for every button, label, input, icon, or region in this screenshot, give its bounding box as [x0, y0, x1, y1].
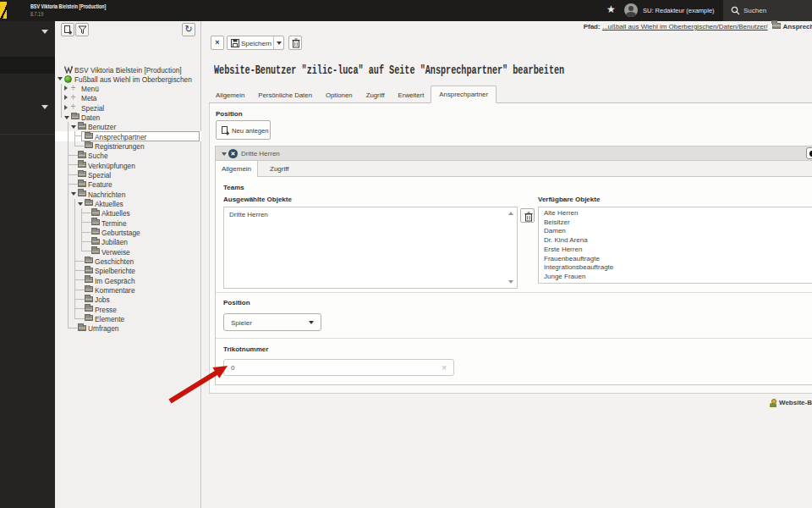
tree-item-spezial[interactable]: ÷Spezial — [55, 102, 201, 112]
list-item[interactable]: Erste Herren — [539, 246, 812, 255]
tree-item-spielberichte[interactable]: Spielberichte — [55, 266, 201, 275]
tab-zugriff[interactable]: Zugriff — [270, 161, 289, 177]
list-item[interactable]: Alte Herren — [539, 209, 812, 218]
folder-icon — [85, 306, 93, 312]
tree-collapse-icon[interactable] — [78, 202, 83, 206]
folder-icon — [85, 315, 93, 321]
tree-item-benutzer[interactable]: Benutzer — [55, 122, 201, 131]
breadcrumb-link[interactable]: ...ußball aus Wiehl im Oberbergischen/Da… — [602, 23, 768, 30]
tab-zugriff[interactable]: Zugriff — [359, 88, 392, 102]
tab-pers-nliche-daten[interactable]: Persönliche Daten — [251, 88, 319, 102]
tab-ansprechpartner[interactable]: Ansprechpartner — [431, 86, 497, 103]
remove-object-button[interactable] — [520, 208, 535, 223]
selected-objects-list[interactable]: Dritte Herren — [223, 207, 518, 289]
tree-item-aktuelles[interactable]: Aktuelles — [55, 208, 201, 218]
tree-item-feature[interactable]: Feature — [55, 179, 201, 189]
tree-expand-icon[interactable] — [64, 95, 68, 100]
tree-expand-icon[interactable] — [64, 105, 68, 110]
close-button[interactable]: × — [211, 36, 224, 50]
delete-button[interactable] — [288, 36, 302, 50]
sidebar-active-item[interactable] — [0, 57, 55, 74]
tree-item-fußball-aus-wiehl-im-oberbergischen[interactable]: Fußball aus Wiehl im Oberbergischen — [55, 74, 201, 83]
breadcrumb: Pfad: ...ußball aus Wiehl im Oberbergisc… — [584, 23, 812, 30]
tree-item-suche[interactable]: Suche — [55, 151, 201, 160]
new-page-button[interactable] — [61, 23, 74, 36]
list-item[interactable]: Integrationsbeauftragte — [539, 263, 812, 273]
drag-handle[interactable] — [806, 147, 812, 159]
tree-item-meta[interactable]: ÷Meta — [55, 93, 201, 102]
remove-circle-icon[interactable]: ✕ — [228, 149, 238, 158]
tab-allgemein[interactable]: Allgemein — [209, 88, 251, 102]
group-title: Dritte Herren — [241, 150, 280, 157]
tree-guide-line — [74, 261, 85, 262]
user-avatar-icon[interactable] — [624, 3, 638, 17]
search-button[interactable]: Suchen — [723, 0, 812, 21]
tree-collapse-icon[interactable] — [58, 77, 63, 80]
tab-optionen[interactable]: Optionen — [319, 88, 359, 102]
list-item[interactable]: Dr. Kind Arena — [539, 236, 812, 246]
position-select[interactable]: Spieler — [223, 313, 321, 331]
refresh-button[interactable]: ↻ — [182, 23, 195, 36]
tree-item-nachrichten[interactable]: Nachrichten — [55, 189, 201, 198]
new-entry-button[interactable]: Neu anlegen — [216, 120, 271, 140]
tree-item-presse[interactable]: Presse — [55, 304, 201, 313]
user-label[interactable]: SU: Redakteur (example) — [643, 7, 715, 14]
scroll-down-icon[interactable] — [508, 280, 513, 284]
tree-item-aktuelles[interactable]: Aktuelles — [55, 199, 201, 208]
chevron-down-icon[interactable] — [41, 30, 48, 34]
site-globe-icon — [64, 75, 72, 83]
star-icon[interactable]: ★ — [606, 3, 616, 16]
list-item[interactable]: Dritte Herren — [229, 211, 268, 218]
tree-guide-line — [68, 141, 69, 151]
tree-item-registrierungen[interactable]: Registrierungen — [55, 141, 201, 151]
tree-item-verknüpfungen[interactable]: Verknüpfungen — [55, 160, 201, 169]
tree-item-geburtstage[interactable]: Geburtstage — [55, 228, 201, 237]
tree-collapse-icon[interactable] — [64, 116, 69, 119]
list-item[interactable]: Damen — [539, 227, 812, 236]
folder-icon — [85, 142, 93, 148]
folder-icon — [78, 190, 86, 196]
tab-allgemein[interactable]: Allgemein — [216, 161, 258, 177]
new-entry-icon — [221, 126, 230, 135]
tree-item-elemente[interactable]: Elemente — [55, 314, 201, 323]
tree-item-daten[interactable]: Daten — [55, 113, 201, 122]
tree-item-ansprechpartner[interactable]: Ansprechpartner — [55, 131, 201, 141]
tab-erweitert[interactable]: Erweitert — [392, 88, 431, 102]
tree-expand-icon[interactable] — [64, 86, 68, 91]
save-button[interactable]: Speichern — [227, 36, 284, 50]
app-version: 8.7.19 — [30, 11, 43, 17]
tree-item-termine[interactable]: Termine — [55, 218, 201, 227]
tree-collapse-icon[interactable] — [71, 125, 76, 129]
clear-icon[interactable]: × — [442, 363, 447, 373]
tree-item-label: Fußball aus Wiehl im Oberbergischen — [74, 75, 192, 84]
tree-item-bsv-viktoria-bielstein-production-[interactable]: BSV Viktoria Bielstein [Production] — [55, 64, 201, 74]
list-item[interactable]: Frauenbeauftragte — [539, 255, 812, 264]
tree-item-spezial[interactable]: Spezial — [55, 170, 201, 179]
chevron-down-icon[interactable] — [222, 152, 227, 156]
tree-item-kommentare[interactable]: Kommentare — [55, 285, 201, 295]
tree-panel: ↻ BSV Viktoria Bielstein [Production]Fuß… — [55, 21, 201, 508]
group-header[interactable]: ✕ Dritte Herren — [216, 146, 812, 161]
tree-item-verweise[interactable]: Verweise — [55, 246, 201, 256]
filter-button[interactable] — [75, 23, 89, 36]
chevron-down-icon[interactable] — [277, 41, 282, 45]
trikotnummer-input[interactable]: 0 × — [223, 359, 454, 376]
folder-icon — [78, 152, 86, 158]
available-objects-list[interactable]: Alte HerrenBeisitzerDamenDr. Kind ArenaE… — [538, 207, 812, 284]
tree-item-jubiläen[interactable]: Jubiläen — [55, 237, 201, 246]
tab-panel: Position Neu anlegen ✕ Dritte Herren All… — [209, 103, 812, 394]
tree-guide-line — [68, 189, 69, 198]
tree-item-im-gespräch[interactable]: Im Gespräch — [55, 275, 201, 284]
list-item[interactable]: Junge Frauen — [539, 273, 812, 282]
list-item[interactable]: Beisitzer — [539, 218, 812, 228]
tree-item-umfragen[interactable]: Umfragen — [55, 323, 201, 333]
scroll-up-icon[interactable] — [508, 212, 513, 215]
new-page-icon — [63, 25, 73, 35]
tree-item-geschichten[interactable]: Geschichten — [55, 257, 201, 266]
tree-item-jobs[interactable]: Jobs — [55, 295, 201, 304]
tree-item-label: Ansprechpartner — [95, 133, 146, 141]
chevron-down-icon[interactable] — [41, 105, 48, 109]
folder-icon — [91, 219, 100, 225]
tree-collapse-icon[interactable] — [71, 192, 76, 196]
tree-item-menü[interactable]: ÷Menü — [55, 84, 201, 93]
